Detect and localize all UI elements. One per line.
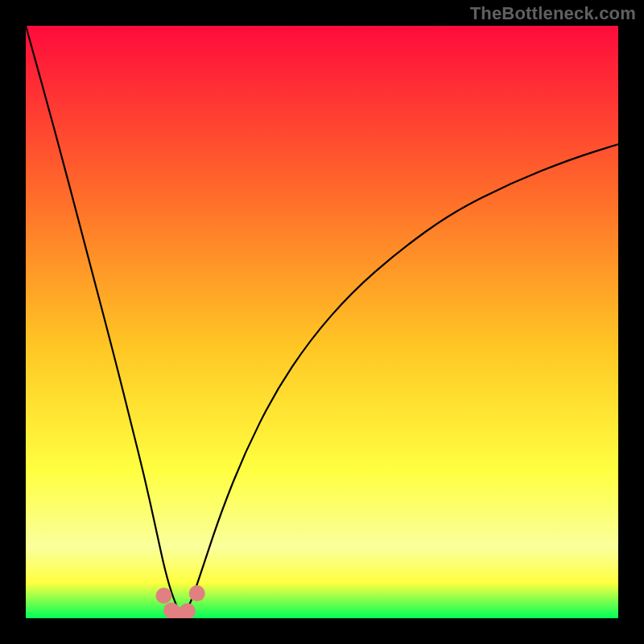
chart-area <box>26 26 618 618</box>
watermark-text: TheBottleneck.com <box>470 3 636 24</box>
marker-dot <box>156 588 172 604</box>
marker-dot <box>189 585 205 601</box>
bottleneck-chart <box>26 26 618 618</box>
chart-frame: TheBottleneck.com <box>0 0 644 644</box>
gradient-background <box>26 26 618 618</box>
